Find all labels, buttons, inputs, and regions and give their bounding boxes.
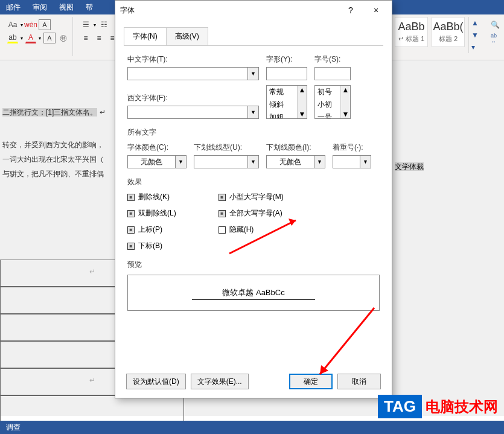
style-heading2[interactable]: AaBb( 标题 2 <box>432 17 465 47</box>
align-left-icon[interactable]: ≡ <box>80 33 91 43</box>
emphasis-select[interactable] <box>333 155 360 168</box>
align-center-icon[interactable]: ≡ <box>94 33 104 43</box>
font-style-label: 字形(Y): <box>266 54 307 65</box>
western-font-dropdown[interactable]: ▼ <box>248 106 259 119</box>
phonetic-icon[interactable]: wén <box>25 19 36 30</box>
enclose-icon[interactable]: ㊕ <box>58 33 69 43</box>
status-left: 调查 <box>6 423 21 433</box>
char-shading-icon[interactable]: A <box>43 33 56 43</box>
close-button[interactable]: × <box>365 2 387 19</box>
bullets-icon[interactable]: ☰ <box>80 19 91 30</box>
font-size-input[interactable] <box>314 67 351 80</box>
tab-review[interactable]: 审阅 <box>33 2 47 12</box>
chevron-down-icon[interactable]: ▼ <box>471 31 483 39</box>
allcaps-checkbox[interactable]: 全部大写字母(A) <box>219 208 284 219</box>
document-body[interactable]: 二指犹行文；[1]三指文体名。 ↵ 转变，并受到西方文化的影响， 一词大约出现在… <box>0 103 115 183</box>
style-scroller[interactable]: ▲ ▼ ▾ <box>468 17 483 53</box>
preview-box: 微软卓越 AaBbCc <box>127 275 380 311</box>
cancel-button[interactable]: 取消 <box>337 374 381 389</box>
dialog-title: 字体 <box>120 5 135 16</box>
font-color-dropdown[interactable]: ▼ <box>176 155 187 168</box>
font-size-list[interactable]: 初号 小初 一号 ▲▼ <box>314 85 351 119</box>
help-button[interactable]: ? <box>340 2 362 19</box>
emphasis-dropdown[interactable]: ▼ <box>360 155 371 168</box>
emphasis-label: 着重号(·): <box>333 142 371 153</box>
tab-mail[interactable]: 邮件 <box>6 2 21 12</box>
chinese-font-label: 中文字体(T): <box>127 54 259 65</box>
underline-color-label: 下划线颜色(I): <box>266 142 325 153</box>
chevron-up-icon[interactable]: ▲ <box>471 19 483 27</box>
watermark-text: 电脑技术网 <box>426 397 498 416</box>
hidden-checkbox[interactable]: 隐藏(H) <box>219 225 284 235</box>
expand-icon[interactable]: ▾ <box>471 43 483 51</box>
tab-advanced[interactable]: 高级(V) <box>166 27 208 46</box>
font-style-input[interactable] <box>266 67 307 80</box>
style-heading1[interactable]: AaBb ↵ 标题 1 <box>395 17 428 47</box>
tab-font[interactable]: 字体(N) <box>124 27 167 45</box>
underline-style-label: 下划线线型(U): <box>194 142 259 153</box>
preview-heading: 预览 <box>127 260 380 270</box>
underline-style-select[interactable] <box>194 155 248 168</box>
smallcaps-checkbox[interactable]: 小型大写字母(M) <box>219 192 284 202</box>
superscript-checkbox[interactable]: 上标(P) <box>127 225 176 235</box>
double-strike-checkbox[interactable]: 双删除线(L) <box>127 208 176 219</box>
underline-style-dropdown[interactable]: ▼ <box>248 155 259 168</box>
doc-fragment: 文学体裁 <box>395 162 424 171</box>
underline-color-dropdown[interactable]: ▼ <box>314 155 325 168</box>
replace-icon[interactable]: ab↔ <box>491 33 497 45</box>
font-color-select[interactable] <box>127 155 176 168</box>
all-text-heading: 所有文字 <box>127 127 380 138</box>
font-color-label: 字体颜色(C): <box>127 142 187 153</box>
chinese-font-dropdown[interactable]: ▼ <box>248 67 259 80</box>
western-font-input[interactable] <box>127 106 248 119</box>
find-icon[interactable]: 🔍 <box>491 21 497 29</box>
change-case-icon[interactable]: Aa <box>7 19 18 30</box>
western-font-label: 西文字体(F): <box>127 93 259 103</box>
tab-help[interactable]: 帮 <box>86 2 93 12</box>
tab-view[interactable]: 视图 <box>59 2 74 12</box>
text-effects-button[interactable]: 文字效果(E)... <box>191 374 249 389</box>
effects-heading: 效果 <box>127 177 380 187</box>
watermark-tag: TAG <box>378 395 422 418</box>
subscript-checkbox[interactable]: 下标(B) <box>127 241 176 251</box>
status-bar: 调查 <box>0 421 504 434</box>
font-dialog: 字体 ? × 字体(N) 高级(V) 中文字体(T): ▼ 字形(Y): 字号(… <box>115 0 392 398</box>
highlight-icon[interactable]: ab <box>7 33 18 43</box>
set-default-button[interactable]: 设为默认值(D) <box>126 374 186 389</box>
watermark: TAG 电脑技术网 <box>378 395 498 418</box>
numbering-icon[interactable]: ☷ <box>98 19 109 30</box>
ok-button[interactable]: 确定 <box>289 374 333 389</box>
font-group: Aa ▾ wén A ab▾ A▾ A ㊕ <box>4 17 73 56</box>
font-style-list[interactable]: 常规 倾斜 加粗 ▲▼ <box>266 85 307 119</box>
underline-color-select[interactable] <box>266 155 314 168</box>
font-color-icon[interactable]: A <box>25 33 36 43</box>
font-size-label: 字号(S): <box>314 54 351 65</box>
char-border-icon[interactable]: A <box>39 19 51 30</box>
strike-checkbox[interactable]: 删除线(K) <box>127 192 176 202</box>
dialog-titlebar[interactable]: 字体 ? × <box>115 1 392 20</box>
chinese-font-input[interactable] <box>127 67 248 80</box>
